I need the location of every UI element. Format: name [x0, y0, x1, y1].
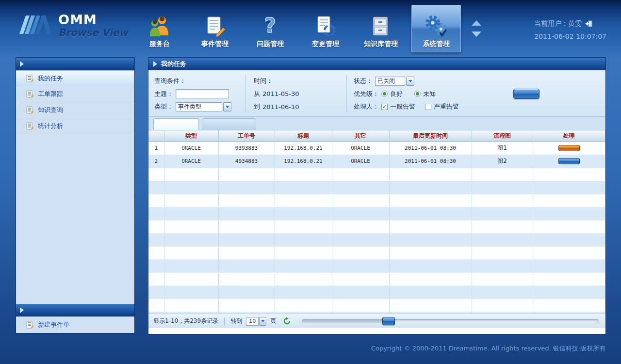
- severe-alarm-checkbox[interactable]: [425, 104, 431, 110]
- sidebar-item-ticket-tracking[interactable]: 工单跟踪: [16, 86, 134, 102]
- priority-option-label: 未知: [423, 90, 436, 98]
- nav-item-service-desk[interactable]: 服务台: [135, 5, 184, 52]
- tab-second[interactable]: [202, 118, 256, 130]
- cell-updated: 2011-06-01 08:30: [389, 155, 472, 168]
- pagination-bar: 显示1-10，共239条记录 转到 10 页: [148, 314, 605, 328]
- flow-diagram-link[interactable]: 图1: [472, 142, 533, 155]
- sidebar: 我的任务 工单跟踪: [16, 57, 135, 333]
- record-summary: 显示1-10，共239条记录: [153, 317, 218, 325]
- chevron-down-icon: [409, 80, 412, 82]
- table-row-empty: [148, 194, 605, 207]
- status-select[interactable]: 已关闭: [375, 77, 414, 86]
- sidebar-menu: 我的任务 工单跟踪: [16, 70, 134, 304]
- handler-option-label: 严重告警: [434, 102, 459, 111]
- status-select-dropdown-button[interactable]: [406, 77, 414, 86]
- date-from-value[interactable]: 2011-05-30: [262, 90, 299, 97]
- col-type[interactable]: 类型: [164, 130, 218, 142]
- type-select[interactable]: 事件类型: [176, 102, 231, 111]
- col-flow[interactable]: 流程图: [472, 130, 533, 142]
- general-alarm-checkbox[interactable]: ✓: [381, 104, 388, 110]
- nav-item-problem-mgmt[interactable]: ? 问题管理: [245, 5, 295, 52]
- document-edit-icon: [26, 321, 33, 329]
- result-tabs: [148, 117, 605, 130]
- document-edit-icon: [26, 90, 33, 98]
- document-edit-icon: [26, 106, 33, 114]
- cell-row-number: 1: [148, 142, 164, 155]
- nav-item-change-mgmt[interactable]: 变更管理: [301, 5, 350, 52]
- divider: [224, 317, 225, 325]
- page-size-select[interactable]: 10: [246, 317, 266, 326]
- table-row[interactable]: 1 ORACLE 0393883 192.168.0.21 ORACLE 201…: [148, 142, 605, 155]
- sidebar-item-label: 新建事件单: [38, 320, 69, 329]
- subject-input[interactable]: [176, 89, 229, 98]
- current-datetime: 2011-06-02 10:07:07: [534, 32, 606, 40]
- nav-label: 变更管理: [312, 40, 339, 48]
- table-row-empty: [148, 207, 605, 220]
- horizontal-scrollbar[interactable]: [302, 319, 599, 323]
- sidebar-bottom-bar: [16, 304, 134, 317]
- nav-item-incident-mgmt[interactable]: 事件管理: [190, 5, 240, 52]
- main-nav: 服务台 事件管理 ? 问题管理: [135, 5, 461, 52]
- nav-label: 系统管理: [423, 40, 450, 48]
- collapse-arrow-icon[interactable]: [20, 307, 24, 313]
- logout-icon[interactable]: [585, 20, 592, 27]
- col-title[interactable]: 标题: [275, 130, 332, 142]
- table-row[interactable]: 2 ORACLE 4934883 192.168.0.21 ORACLE 201…: [148, 155, 605, 168]
- app-logo: OMM Browse View: [18, 13, 128, 38]
- status-label: 状态：: [354, 77, 373, 85]
- table-row-empty: [148, 246, 605, 259]
- incident-document-icon: [204, 11, 226, 37]
- footer-copyright: Copyright © 2000-2011 Dreamstime. All ri…: [371, 344, 605, 353]
- sidebar-item-knowledge-query[interactable]: 知识查询: [16, 102, 134, 118]
- cell-action: [533, 142, 605, 155]
- col-order-no[interactable]: 工单号: [218, 130, 275, 142]
- sidebar-item-label: 工单跟踪: [38, 90, 63, 98]
- query-conditions-label: 查询条件：: [154, 77, 186, 85]
- date-to-value[interactable]: 2011-06-10: [262, 103, 299, 111]
- refresh-icon[interactable]: [283, 317, 291, 325]
- col-other[interactable]: 其它: [332, 130, 389, 142]
- priority-good-radio[interactable]: [381, 91, 388, 97]
- scrollbar-handle[interactable]: [382, 317, 395, 325]
- change-document-icon: [314, 11, 337, 37]
- task-table: 类型 工单号 标题 其它 最后更新时间 流程图 处理 1 ORACLE 0393…: [148, 130, 605, 314]
- col-action[interactable]: 处理: [533, 130, 605, 142]
- type-select-dropdown-button[interactable]: [223, 102, 231, 111]
- sidebar-item-statistics[interactable]: 统计分析: [16, 118, 134, 134]
- nav-label: 知识库管理: [364, 40, 398, 48]
- flow-diagram-link[interactable]: 图2: [472, 155, 533, 168]
- nav-scroll-up-icon[interactable]: [472, 20, 481, 26]
- page-unit-label: 页: [270, 317, 276, 325]
- main-content: 我的任务 查询条件： 主题： 类型： 事件类型 时间： 从 2011-05-30: [148, 57, 606, 334]
- collapse-arrow-icon[interactable]: [20, 61, 24, 67]
- col-updated[interactable]: 最后更新时间: [389, 130, 472, 142]
- document-edit-icon: [26, 122, 33, 130]
- type-label: 类型：: [154, 102, 173, 111]
- nav-scroll-arrows: [472, 20, 481, 37]
- cell-order-no: 4934883: [218, 155, 275, 168]
- search-button[interactable]: [513, 89, 539, 99]
- tab-first[interactable]: [153, 118, 199, 130]
- nav-item-system-mgmt[interactable]: 系统管理: [411, 5, 461, 52]
- nav-item-knowledge-mgmt[interactable]: 知识库管理: [356, 5, 406, 52]
- cell-type: ORACLE: [164, 142, 218, 155]
- cell-title: 192.168.0.21: [275, 155, 332, 168]
- priority-unknown-radio[interactable]: [414, 91, 421, 97]
- date-from-label: 从: [254, 90, 260, 98]
- sidebar-item-new-incident[interactable]: 新建事件单: [16, 317, 134, 333]
- table-body: 1 ORACLE 0393883 192.168.0.21 ORACLE 201…: [148, 142, 605, 314]
- sidebar-item-label: 统计分析: [38, 122, 63, 130]
- nav-label: 事件管理: [201, 40, 229, 48]
- priority-label: 优先级：: [354, 90, 379, 98]
- process-button[interactable]: [558, 158, 580, 164]
- cabinet-icon: [370, 11, 392, 37]
- cell-action: [533, 155, 605, 168]
- sidebar-item-my-tasks[interactable]: 我的任务: [16, 70, 134, 86]
- goto-label: 转到: [230, 317, 242, 325]
- table-row-empty: [148, 181, 605, 194]
- nav-scroll-down-icon[interactable]: [472, 32, 481, 37]
- process-button[interactable]: [558, 145, 580, 151]
- chevron-down-icon: [261, 320, 265, 322]
- page-size-dropdown-button[interactable]: [259, 317, 266, 326]
- content-title-bar: 我的任务: [148, 58, 605, 70]
